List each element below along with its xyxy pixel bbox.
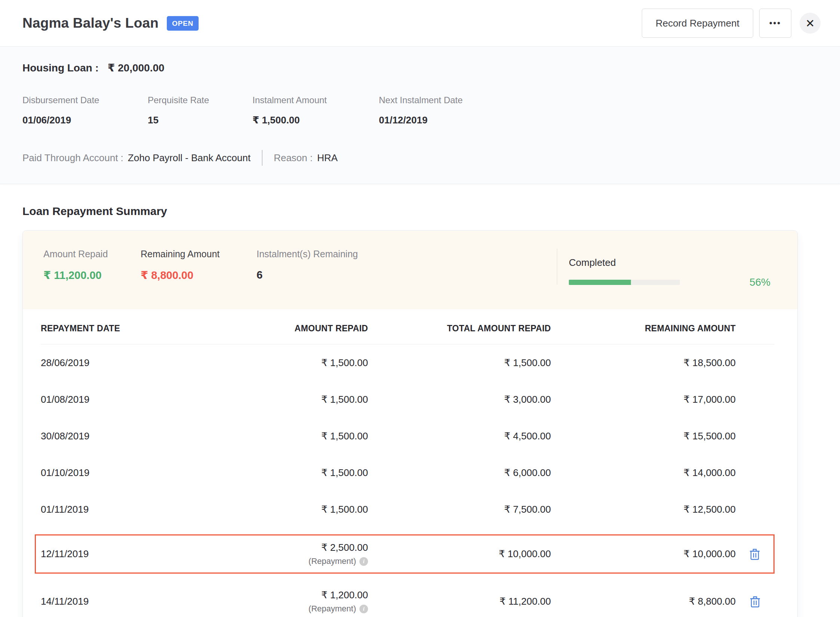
table-row: 30/08/2019 ₹ 1,500.00 ₹ 4,500.00 ₹ 15,50…	[41, 418, 775, 454]
completed-label: Completed	[569, 257, 797, 268]
cell-repayment-date: 14/11/2019	[41, 596, 202, 607]
col-repayment-date: REPAYMENT DATE	[41, 323, 202, 334]
field-disbursement-date: Disbursement Date 01/06/2019	[22, 95, 148, 126]
header-actions: Record Repayment ••• ✕	[642, 9, 821, 38]
cell-remaining-amount: ₹ 10,000.00	[551, 548, 736, 560]
cell-total-amount-repaid: ₹ 6,000.00	[368, 467, 551, 479]
cell-remaining-amount: ₹ 18,500.00	[551, 357, 736, 369]
loan-type-row: Housing Loan :₹ 20,000.00	[22, 56, 818, 74]
table-header-row: REPAYMENT DATE AMOUNT REPAID TOTAL AMOUN…	[41, 309, 775, 344]
field-instalment-amount: Instalment Amount ₹ 1,500.00	[252, 95, 379, 126]
section-heading: Loan Repayment Summary	[22, 205, 818, 218]
cell-remaining-amount: ₹ 15,500.00	[551, 430, 736, 442]
more-options-button[interactable]: •••	[759, 9, 791, 38]
col-amount-repaid: AMOUNT REPAID	[202, 323, 368, 334]
cell-total-amount-repaid: ₹ 11,200.00	[368, 596, 551, 607]
cell-action	[736, 546, 773, 562]
delete-repayment-button[interactable]	[748, 546, 762, 562]
delete-repayment-button[interactable]	[748, 594, 762, 610]
paid-through-row: Paid Through Account : Zoho Payroll - Ba…	[22, 150, 818, 166]
repayment-summary-card: Amount Repaid ₹ 11,200.00 Remaining Amou…	[22, 230, 798, 617]
table-row: 28/06/2019 ₹ 1,500.00 ₹ 1,500.00 ₹ 18,50…	[41, 344, 775, 381]
reason-value: HRA	[317, 152, 338, 164]
record-repayment-button[interactable]: Record Repayment	[642, 9, 753, 38]
table-row: 01/10/2019 ₹ 1,500.00 ₹ 6,000.00 ₹ 14,00…	[41, 454, 775, 491]
cell-repayment-date: 01/10/2019	[41, 467, 202, 479]
stat-instalments-remaining: Instalment(s) Remaining 6	[257, 249, 557, 288]
cell-amount-repaid: ₹ 1,500.00	[202, 430, 368, 442]
cell-amount-repaid: ₹ 1,200.00(Repayment)i	[202, 589, 368, 614]
cell-total-amount-repaid: ₹ 7,500.00	[368, 504, 551, 515]
cell-amount-repaid: ₹ 2,500.00(Repayment)i	[202, 542, 368, 566]
table-row: 14/11/2019 ₹ 1,200.00(Repayment)i ₹ 11,2…	[41, 574, 775, 617]
amount-repaid-value: ₹ 2,500.00	[202, 542, 368, 553]
info-icon[interactable]: i	[359, 605, 368, 613]
page-title: Nagma Balay's Loan	[22, 15, 159, 31]
paid-through-value: Zoho Payroll - Bank Account	[128, 152, 251, 164]
cell-amount-repaid: ₹ 1,500.00	[202, 504, 368, 515]
table-row: 01/08/2019 ₹ 1,500.00 ₹ 3,000.00 ₹ 17,00…	[41, 381, 775, 418]
field-next-instalment-date: Next Instalment Date 01/12/2019	[379, 95, 818, 126]
cell-repayment-date: 28/06/2019	[41, 357, 202, 369]
reason-label: Reason :	[274, 152, 313, 164]
cell-total-amount-repaid: ₹ 4,500.00	[368, 430, 551, 442]
col-remaining-amount: REMAINING AMOUNT	[551, 323, 736, 334]
cell-repayment-date: 30/08/2019	[41, 430, 202, 442]
cell-total-amount-repaid: ₹ 10,000.00	[368, 548, 551, 560]
cell-remaining-amount: ₹ 17,000.00	[551, 394, 736, 405]
trash-icon	[749, 556, 760, 562]
cell-remaining-amount: ₹ 14,000.00	[551, 467, 736, 479]
cell-action	[736, 594, 775, 610]
completed-percentage: 56%	[749, 276, 770, 288]
close-button[interactable]: ✕	[800, 13, 821, 34]
close-icon: ✕	[805, 17, 815, 30]
amount-repaid-value: ₹ 1,500.00	[202, 504, 368, 515]
vertical-divider	[262, 150, 263, 166]
cell-repayment-date: 01/11/2019	[41, 504, 202, 515]
trash-icon	[749, 604, 761, 609]
repayment-table: REPAYMENT DATE AMOUNT REPAID TOTAL AMOUN…	[23, 309, 797, 617]
table-body: 28/06/2019 ₹ 1,500.00 ₹ 1,500.00 ₹ 18,50…	[41, 344, 775, 617]
status-badge: OPEN	[167, 16, 199, 31]
cell-repayment-date: 12/11/2019	[41, 548, 202, 560]
info-icon[interactable]: i	[359, 557, 368, 566]
cell-total-amount-repaid: ₹ 1,500.00	[368, 357, 551, 369]
cell-remaining-amount: ₹ 8,800.00	[551, 596, 736, 607]
col-total-amount-repaid: TOTAL AMOUNT REPAID	[368, 323, 551, 334]
progress-bar	[569, 280, 680, 285]
loan-type-label: Housing Loan :	[22, 62, 99, 74]
field-perquisite-rate: Perquisite Rate 15	[148, 95, 252, 126]
loan-details-section: Housing Loan :₹ 20,000.00 Disbursement D…	[0, 47, 840, 184]
stat-amount-repaid: Amount Repaid ₹ 11,200.00	[43, 249, 141, 288]
cell-amount-repaid: ₹ 1,500.00	[202, 357, 368, 369]
progress-bar-fill	[569, 280, 631, 285]
amount-repaid-value: ₹ 1,500.00	[202, 394, 368, 405]
page-header: Nagma Balay's Loan OPEN Record Repayment…	[0, 0, 840, 47]
summary-strip: Amount Repaid ₹ 11,200.00 Remaining Amou…	[23, 231, 797, 309]
amount-repaid-value: ₹ 1,500.00	[202, 467, 368, 479]
cell-amount-repaid: ₹ 1,500.00	[202, 467, 368, 479]
loan-fields: Disbursement Date 01/06/2019 Perquisite …	[22, 95, 818, 126]
loan-amount: ₹ 20,000.00	[108, 62, 165, 74]
stat-remaining-amount: Remaining Amount ₹ 8,800.00	[141, 249, 257, 288]
main-content: Loan Repayment Summary Amount Repaid ₹ 1…	[0, 184, 840, 617]
repayment-note: (Repayment)i	[202, 556, 368, 566]
paid-through-label: Paid Through Account :	[22, 152, 123, 164]
cell-repayment-date: 01/08/2019	[41, 394, 202, 405]
table-row: 01/11/2019 ₹ 1,500.00 ₹ 7,500.00 ₹ 12,50…	[41, 491, 775, 528]
table-row: 12/11/2019 ₹ 2,500.00(Repayment)i ₹ 10,0…	[35, 534, 775, 574]
completed-section: Completed 56%	[557, 249, 797, 288]
amount-repaid-value: ₹ 1,500.00	[202, 357, 368, 369]
cell-total-amount-repaid: ₹ 3,000.00	[368, 394, 551, 405]
cell-remaining-amount: ₹ 12,500.00	[551, 504, 736, 515]
cell-amount-repaid: ₹ 1,500.00	[202, 394, 368, 405]
amount-repaid-value: ₹ 1,500.00	[202, 430, 368, 442]
amount-repaid-value: ₹ 1,200.00	[202, 589, 368, 601]
repayment-note: (Repayment)i	[202, 604, 368, 614]
